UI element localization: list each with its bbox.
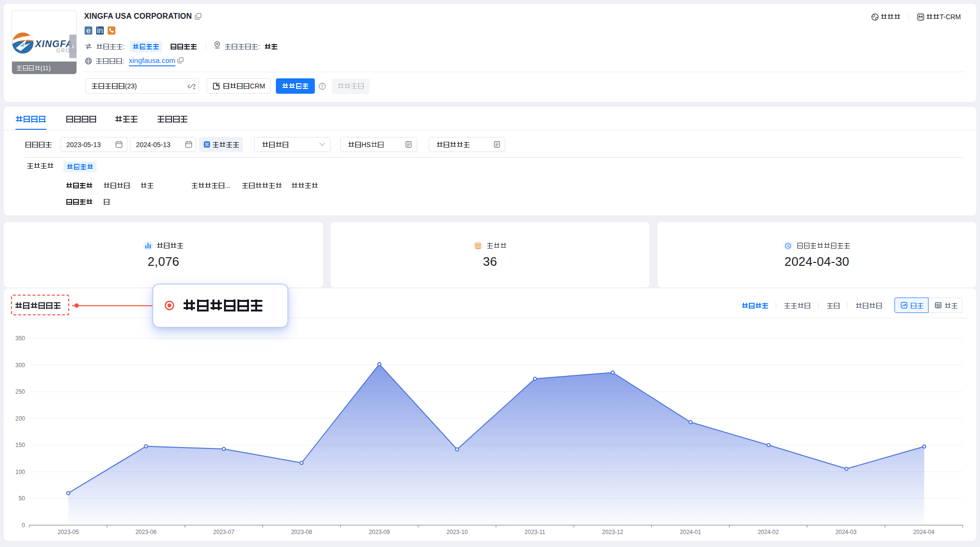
svg-text:2023-10: 2023-10 <box>447 529 468 535</box>
svg-text:250: 250 <box>15 388 25 395</box>
svg-text:100: 100 <box>15 469 25 475</box>
svg-text:2023-05: 2023-05 <box>58 529 79 535</box>
svg-text:50: 50 <box>19 495 25 502</box>
svg-text:2023-08: 2023-08 <box>291 529 312 535</box>
svg-text:2023-12: 2023-12 <box>602 529 623 535</box>
svg-text:300: 300 <box>15 362 25 369</box>
svg-text:2023-06: 2023-06 <box>136 529 157 535</box>
svg-text:2023-11: 2023-11 <box>524 529 545 535</box>
svg-text:2024-03: 2024-03 <box>835 529 856 535</box>
svg-text:2024-02: 2024-02 <box>757 529 779 535</box>
svg-text:2024-04: 2024-04 <box>913 529 934 535</box>
svg-text:150: 150 <box>15 442 25 448</box>
svg-text:350: 350 <box>15 335 25 342</box>
svg-text:0: 0 <box>22 522 25 529</box>
svg-text:2023-09: 2023-09 <box>369 529 390 535</box>
svg-text:2023-07: 2023-07 <box>213 529 235 535</box>
svg-text:2024-01: 2024-01 <box>680 529 701 535</box>
svg-text:200: 200 <box>15 415 25 422</box>
